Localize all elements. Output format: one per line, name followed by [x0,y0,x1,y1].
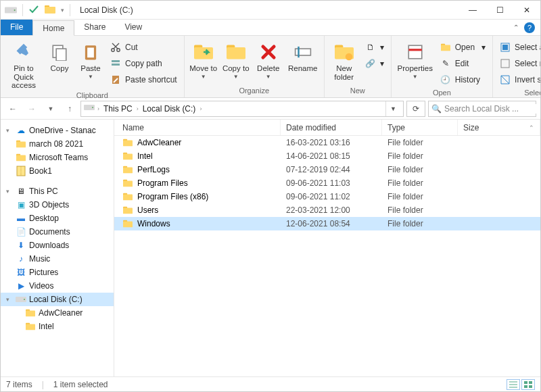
collapse-ribbon-icon[interactable]: ⌃ [513,24,519,31]
navigation-tree[interactable]: ▾☁OneDrive - Stanac march 08 2021 Micros… [1,120,114,376]
group-open: Properties▼ Open▾ ✎Edit 🕘History Open [392,36,493,97]
tree-folder[interactable]: AdwCleaner [1,306,114,320]
col-name[interactable]: Name [114,120,281,135]
history-icon: 🕘 [440,74,451,85]
svg-rect-15 [408,45,422,59]
group-select: Select all Select none Invert selection … [493,36,541,97]
status-selected-count: 1 item selected [53,380,108,389]
easy-access-icon: 🔗 [365,58,376,69]
cut-button[interactable]: Cut [108,40,180,55]
move-to-icon [193,41,214,63]
select-none-button[interactable]: Select none [497,56,541,71]
close-button[interactable]: ✕ [513,1,540,20]
table-row[interactable]: Program Files09-06-2021 11:03File folder [114,176,540,190]
tree-onedrive[interactable]: ▾☁OneDrive - Stanac [1,124,114,137]
file-name: PerfLogs [137,165,170,174]
address-bar[interactable]: › This PC › Local Disk (C:) › ▼ [80,101,404,117]
up-button[interactable]: ↑ [62,101,78,117]
history-button[interactable]: 🕘History [438,72,488,87]
group-organize: Move to▼ Copy to▼ Delete▼ Rename Organiz… [185,36,325,97]
table-row[interactable]: Intel14-06-2021 08:15File folder [114,149,540,163]
properties-button[interactable]: Properties▼ [396,37,435,80]
table-row[interactable]: Windows12-06-2021 08:54File folder [114,217,540,230]
tree-3d-objects[interactable]: ▣3D Objects [1,198,114,212]
search-input[interactable] [444,104,541,114]
pin-to-quick-access-button[interactable]: Pin to Quick access [5,37,43,90]
folder-icon [25,308,36,318]
tab-view[interactable]: View [115,20,151,35]
tab-home[interactable]: Home [32,20,74,36]
chevron-down-icon: ▼ [266,74,271,80]
delete-button[interactable]: Delete▼ [254,37,283,80]
table-row[interactable]: Program Files (x86)09-06-2021 11:02File … [114,190,540,203]
chevron-down-icon: ▼ [233,74,239,80]
col-type[interactable]: Type [382,120,458,135]
folder-icon [122,205,133,215]
col-date[interactable]: Date modified [281,120,382,135]
edit-button[interactable]: ✎Edit [438,56,488,71]
tree-downloads[interactable]: ⬇Downloads [1,239,114,252]
tree-music[interactable]: ♪Music [1,252,114,266]
qat-check-icon[interactable] [28,4,41,16]
chevron-right-icon[interactable]: › [199,105,202,112]
tree-local-disk[interactable]: ▾Local Disk (C:) [1,293,114,306]
copy-to-button[interactable]: Copy to▼ [221,37,251,80]
paste-button[interactable]: Paste ▼ [76,37,105,80]
refresh-button[interactable]: ⟳ [406,101,425,117]
help-icon[interactable]: ? [524,22,535,33]
tree-videos[interactable]: ▶Videos [1,279,114,293]
svg-rect-18 [501,59,509,68]
view-large-icons-button[interactable] [521,379,535,390]
minimize-button[interactable]: — [459,1,486,20]
file-date: 16-03-2021 03:16 [281,138,382,147]
open-button[interactable]: Open▾ [438,40,488,55]
tree-file[interactable]: Book1 [1,164,114,178]
table-row[interactable]: PerfLogs07-12-2019 02:44File folder [114,163,540,176]
new-folder-button[interactable]: New folder [329,37,360,81]
breadcrumb-this-pc[interactable]: This PC [102,104,134,114]
breadcrumb-drive[interactable]: Local Disk (C:) [141,104,197,114]
tree-folder[interactable]: Intel [1,320,114,333]
invert-selection-button[interactable]: Invert selection [497,72,541,87]
table-row[interactable]: Users22-03-2021 12:00File folder [114,203,540,217]
tab-share[interactable]: Share [74,20,115,35]
tree-this-pc[interactable]: ▾🖥This PC [1,185,114,198]
forward-button[interactable]: → [24,101,40,117]
easy-access-button[interactable]: 🔗▾ [362,56,387,71]
select-all-button[interactable]: Select all [497,40,541,55]
column-headers[interactable]: Name Date modified Type Size⌃ [114,120,540,136]
tab-file[interactable]: File [1,20,32,35]
copy-button[interactable]: Copy [45,37,74,73]
tree-folder[interactable]: Microsoft Teams [1,151,114,164]
view-details-button[interactable] [507,379,520,390]
properties-icon [404,41,426,63]
svg-rect-11 [112,64,120,66]
rename-button[interactable]: Rename [286,37,320,73]
copy-path-button[interactable]: Copy path [108,56,180,71]
file-date: 09-06-2021 11:02 [281,192,382,201]
file-type: File folder [382,138,458,147]
tree-pictures[interactable]: 🖼Pictures [1,266,114,279]
tree-desktop[interactable]: ▬Desktop [1,212,114,225]
chevron-down-icon: ▼ [413,74,418,80]
back-button[interactable]: ← [5,101,21,117]
tree-folder[interactable]: march 08 2021 [1,137,114,151]
qat-dropdown-icon[interactable]: ▾ [61,7,64,14]
chevron-right-icon[interactable]: › [137,105,139,112]
tree-documents[interactable]: 📄Documents [1,225,114,239]
table-row[interactable]: AdwCleaner16-03-2021 03:16File folder [114,136,540,149]
recent-locations-button[interactable]: ▼ [43,101,59,117]
col-size[interactable]: Size⌃ [458,120,540,135]
chevron-right-icon[interactable]: › [97,105,99,112]
file-name: Program Files [137,178,188,188]
search-box[interactable]: 🔍 [428,101,536,117]
svg-rect-20 [524,381,527,384]
paste-shortcut-button[interactable]: Paste shortcut [108,72,180,87]
new-item-button[interactable]: 🗋▾ [362,40,387,55]
maximize-button[interactable]: ☐ [486,1,513,20]
folder-icon [16,152,26,163]
move-to-button[interactable]: Move to▼ [189,37,218,80]
address-dropdown-button[interactable]: ▼ [385,101,400,116]
qat-folder-icon[interactable] [45,4,57,16]
file-rows[interactable]: AdwCleaner16-03-2021 03:16File folderInt… [114,136,540,376]
